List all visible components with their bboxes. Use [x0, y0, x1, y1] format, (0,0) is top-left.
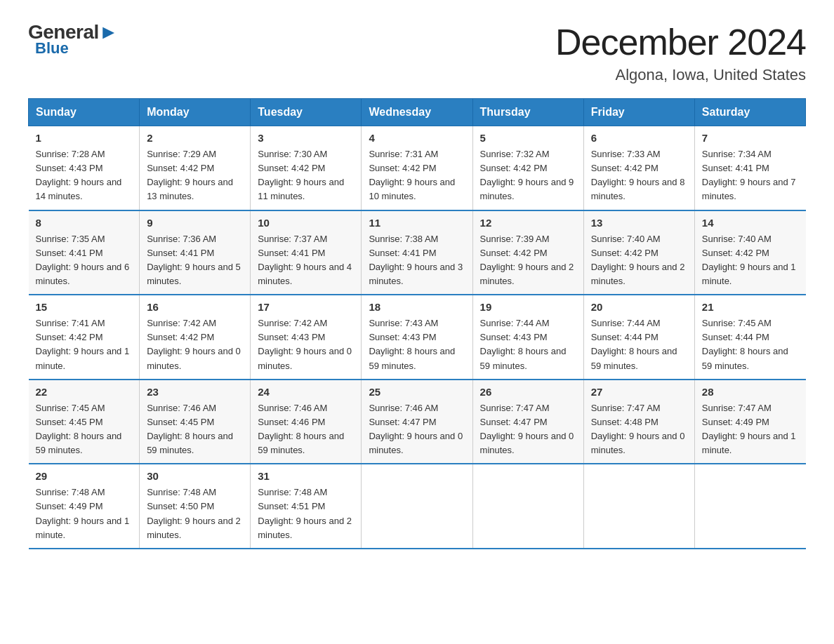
day-cell-15: 15Sunrise: 7:41 AMSunset: 4:42 PMDayligh…	[29, 295, 140, 380]
day-cell-21: 21Sunrise: 7:45 AMSunset: 4:44 PMDayligh…	[694, 295, 805, 380]
day-cell-4: 4Sunrise: 7:31 AMSunset: 4:42 PMDaylight…	[362, 126, 472, 210]
day-info: Sunrise: 7:46 AMSunset: 4:47 PMDaylight:…	[369, 401, 465, 458]
day-info: Sunrise: 7:46 AMSunset: 4:45 PMDaylight:…	[147, 401, 243, 458]
day-cell-16: 16Sunrise: 7:42 AMSunset: 4:42 PMDayligh…	[140, 295, 251, 380]
day-info: Sunrise: 7:40 AMSunset: 4:42 PMDaylight:…	[702, 232, 799, 289]
logo: General► Blue	[28, 21, 118, 58]
day-number: 16	[147, 301, 243, 313]
day-cell-17: 17Sunrise: 7:42 AMSunset: 4:43 PMDayligh…	[251, 295, 362, 380]
day-cell-30: 30Sunrise: 7:48 AMSunset: 4:50 PMDayligh…	[140, 464, 251, 549]
day-info: Sunrise: 7:37 AMSunset: 4:41 PMDaylight:…	[258, 232, 354, 289]
day-cell-27: 27Sunrise: 7:47 AMSunset: 4:48 PMDayligh…	[583, 380, 694, 464]
day-number: 4	[369, 132, 465, 144]
day-info: Sunrise: 7:38 AMSunset: 4:41 PMDaylight:…	[369, 232, 465, 289]
day-info: Sunrise: 7:29 AMSunset: 4:42 PMDaylight:…	[147, 147, 243, 204]
day-cell-18: 18Sunrise: 7:43 AMSunset: 4:43 PMDayligh…	[362, 295, 472, 380]
header-row: Sunday Monday Tuesday Wednesday Thursday…	[29, 99, 806, 126]
day-cell-22: 22Sunrise: 7:45 AMSunset: 4:45 PMDayligh…	[29, 380, 140, 464]
header-sunday: Sunday	[29, 99, 140, 126]
day-info: Sunrise: 7:28 AMSunset: 4:43 PMDaylight:…	[36, 147, 133, 204]
day-number: 11	[369, 217, 465, 229]
day-number: 15	[36, 301, 133, 313]
day-number: 30	[147, 470, 243, 482]
day-number: 19	[480, 301, 576, 313]
day-number: 27	[591, 386, 687, 398]
day-cell-13: 13Sunrise: 7:40 AMSunset: 4:42 PMDayligh…	[583, 210, 694, 295]
day-info: Sunrise: 7:32 AMSunset: 4:42 PMDaylight:…	[480, 147, 576, 204]
day-cell-32	[362, 464, 472, 549]
day-info: Sunrise: 7:47 AMSunset: 4:49 PMDaylight:…	[702, 401, 799, 458]
location: Algona, Iowa, United States	[555, 66, 806, 84]
day-info: Sunrise: 7:36 AMSunset: 4:41 PMDaylight:…	[147, 232, 243, 289]
day-number: 6	[591, 132, 687, 144]
day-number: 18	[369, 301, 465, 313]
day-cell-9: 9Sunrise: 7:36 AMSunset: 4:41 PMDaylight…	[140, 210, 251, 295]
day-info: Sunrise: 7:48 AMSunset: 4:51 PMDaylight:…	[258, 485, 354, 542]
day-cell-19: 19Sunrise: 7:44 AMSunset: 4:43 PMDayligh…	[472, 295, 583, 380]
day-info: Sunrise: 7:48 AMSunset: 4:49 PMDaylight:…	[36, 485, 133, 542]
day-cell-8: 8Sunrise: 7:35 AMSunset: 4:41 PMDaylight…	[29, 210, 140, 295]
day-info: Sunrise: 7:42 AMSunset: 4:43 PMDaylight:…	[258, 316, 354, 373]
day-number: 14	[702, 217, 799, 229]
day-cell-20: 20Sunrise: 7:44 AMSunset: 4:44 PMDayligh…	[583, 295, 694, 380]
day-cell-2: 2Sunrise: 7:29 AMSunset: 4:42 PMDaylight…	[140, 126, 251, 210]
day-cell-34	[583, 464, 694, 549]
day-info: Sunrise: 7:44 AMSunset: 4:43 PMDaylight:…	[480, 316, 576, 373]
day-cell-14: 14Sunrise: 7:40 AMSunset: 4:42 PMDayligh…	[694, 210, 805, 295]
week-row-2: 8Sunrise: 7:35 AMSunset: 4:41 PMDaylight…	[29, 210, 806, 295]
day-number: 29	[36, 470, 133, 482]
day-cell-12: 12Sunrise: 7:39 AMSunset: 4:42 PMDayligh…	[472, 210, 583, 295]
day-number: 25	[369, 386, 465, 398]
day-cell-33	[472, 464, 583, 549]
day-number: 8	[36, 217, 133, 229]
day-number: 20	[591, 301, 687, 313]
day-number: 12	[480, 217, 576, 229]
calendar-header: Sunday Monday Tuesday Wednesday Thursday…	[29, 99, 806, 126]
day-info: Sunrise: 7:48 AMSunset: 4:50 PMDaylight:…	[147, 485, 243, 542]
day-info: Sunrise: 7:45 AMSunset: 4:45 PMDaylight:…	[36, 401, 133, 458]
day-cell-31: 31Sunrise: 7:48 AMSunset: 4:51 PMDayligh…	[251, 464, 362, 549]
week-row-1: 1Sunrise: 7:28 AMSunset: 4:43 PMDaylight…	[29, 126, 806, 210]
month-title: December 2024	[555, 21, 806, 63]
day-number: 7	[702, 132, 799, 144]
week-row-3: 15Sunrise: 7:41 AMSunset: 4:42 PMDayligh…	[29, 295, 806, 380]
day-info: Sunrise: 7:34 AMSunset: 4:41 PMDaylight:…	[702, 147, 799, 204]
day-cell-35	[694, 464, 805, 549]
day-number: 28	[702, 386, 799, 398]
day-cell-7: 7Sunrise: 7:34 AMSunset: 4:41 PMDaylight…	[694, 126, 805, 210]
day-cell-10: 10Sunrise: 7:37 AMSunset: 4:41 PMDayligh…	[251, 210, 362, 295]
day-cell-6: 6Sunrise: 7:33 AMSunset: 4:42 PMDaylight…	[583, 126, 694, 210]
day-cell-26: 26Sunrise: 7:47 AMSunset: 4:47 PMDayligh…	[472, 380, 583, 464]
day-info: Sunrise: 7:39 AMSunset: 4:42 PMDaylight:…	[480, 232, 576, 289]
calendar-body: 1Sunrise: 7:28 AMSunset: 4:43 PMDaylight…	[29, 126, 806, 549]
day-number: 17	[258, 301, 354, 313]
logo-blue-text: Blue	[35, 39, 69, 58]
day-info: Sunrise: 7:44 AMSunset: 4:44 PMDaylight:…	[591, 316, 687, 373]
page-header: General► Blue December 2024 Algona, Iowa…	[28, 21, 806, 84]
day-cell-3: 3Sunrise: 7:30 AMSunset: 4:42 PMDaylight…	[251, 126, 362, 210]
header-saturday: Saturday	[694, 99, 805, 126]
header-monday: Monday	[140, 99, 251, 126]
day-number: 26	[480, 386, 576, 398]
day-cell-23: 23Sunrise: 7:46 AMSunset: 4:45 PMDayligh…	[140, 380, 251, 464]
day-info: Sunrise: 7:47 AMSunset: 4:47 PMDaylight:…	[480, 401, 576, 458]
header-thursday: Thursday	[472, 99, 583, 126]
day-number: 22	[36, 386, 133, 398]
header-friday: Friday	[583, 99, 694, 126]
title-block: December 2024 Algona, Iowa, United State…	[555, 21, 806, 84]
day-info: Sunrise: 7:42 AMSunset: 4:42 PMDaylight:…	[147, 316, 243, 373]
day-number: 23	[147, 386, 243, 398]
calendar-table: Sunday Monday Tuesday Wednesday Thursday…	[28, 98, 806, 549]
day-info: Sunrise: 7:31 AMSunset: 4:42 PMDaylight:…	[369, 147, 465, 204]
day-info: Sunrise: 7:47 AMSunset: 4:48 PMDaylight:…	[591, 401, 687, 458]
header-tuesday: Tuesday	[251, 99, 362, 126]
day-info: Sunrise: 7:30 AMSunset: 4:42 PMDaylight:…	[258, 147, 354, 204]
day-cell-29: 29Sunrise: 7:48 AMSunset: 4:49 PMDayligh…	[29, 464, 140, 549]
week-row-5: 29Sunrise: 7:48 AMSunset: 4:49 PMDayligh…	[29, 464, 806, 549]
day-info: Sunrise: 7:41 AMSunset: 4:42 PMDaylight:…	[36, 316, 133, 373]
day-number: 24	[258, 386, 354, 398]
week-row-4: 22Sunrise: 7:45 AMSunset: 4:45 PMDayligh…	[29, 380, 806, 464]
day-info: Sunrise: 7:35 AMSunset: 4:41 PMDaylight:…	[36, 232, 133, 289]
day-info: Sunrise: 7:43 AMSunset: 4:43 PMDaylight:…	[369, 316, 465, 373]
day-info: Sunrise: 7:46 AMSunset: 4:46 PMDaylight:…	[258, 401, 354, 458]
